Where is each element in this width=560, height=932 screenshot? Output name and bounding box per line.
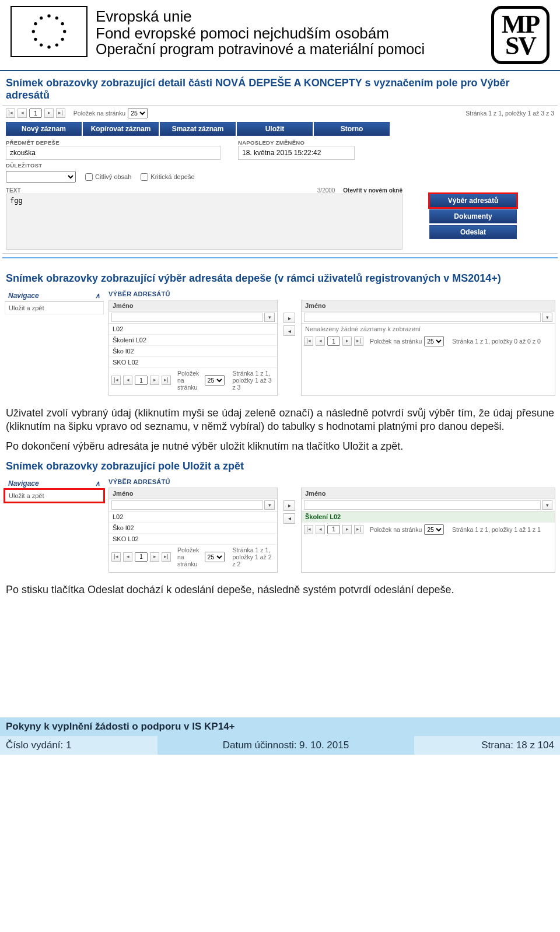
items-per-page-select[interactable]: 25 [424,336,444,346]
footer-effective-date: Datum účinnosti: 9. 10. 2015 [158,736,414,755]
smazat-zaznam-button[interactable]: Smazat záznam [160,122,236,136]
novy-zaznam-button[interactable]: Nový záznam [6,122,82,136]
predmet-depese-label: PŘEDMĚT DEPEŠE [6,139,220,146]
pager-page-input[interactable] [29,108,42,118]
collapse-icon[interactable]: ∧ [95,292,100,300]
target-table: Jméno ▾ Školení L02 |◂ ◂ ▸ ▸| Polo [301,488,555,573]
move-right-icon[interactable]: ▸ [284,313,295,323]
col-jmeno[interactable]: Jméno [109,300,277,311]
pager-last-icon[interactable]: ▸| [354,337,363,346]
pager-status: Stránka 1 z 1, položky 1 až 2 z 2 [232,546,275,567]
pager-next-icon[interactable]: ▸ [150,552,159,562]
pager-last-icon[interactable]: ▸| [354,525,363,534]
ulozit-a-zpet-link[interactable]: Uložit a zpět [5,302,104,314]
svg-point-1 [47,15,50,17]
header-line-2: Fond evropské pomoci nejchudším osobám [96,25,483,42]
dokumenty-button[interactable]: Dokumenty [429,209,517,223]
filter-icon[interactable]: ▾ [264,313,275,322]
col-jmeno[interactable]: Jméno [109,488,277,499]
footer-title: Pokyny k vyplnění žádosti o podporu v IS… [0,717,560,736]
pager-prev-icon[interactable]: ◂ [316,337,325,346]
filter-icon[interactable]: ▾ [542,500,552,510]
pager-last-icon[interactable]: ▸| [162,376,171,385]
screenshot-vyber-adresatu-1: Navigace ∧ Uložit a zpět VÝBĚR ADRESÁTŮ … [2,288,558,400]
list-item[interactable]: SKO L02 [109,357,277,368]
list-item-selected[interactable]: Školení L02 [302,511,555,523]
filter-input[interactable] [304,500,541,510]
pager-page-input[interactable] [327,337,340,346]
ulozit-a-zpet-link[interactable]: Uložit a zpět [5,489,104,502]
list-item[interactable]: L02 [109,324,277,335]
pager-first-icon[interactable]: |◂ [111,376,121,385]
open-new-window-link[interactable]: Otevřít v novém okně [343,187,402,194]
list-item[interactable]: Školení L02 [109,335,277,346]
svg-point-6 [55,43,58,46]
pager-next-icon[interactable]: ▸ [342,337,352,346]
kriticka-depese-checkbox[interactable]: Kritická depeše [141,173,194,181]
screenshot-vyber-adresatu-2: Navigace ∧ Uložit a zpět VÝBĚR ADRESÁTŮ … [2,476,558,576]
odeslat-button[interactable]: Odeslat [429,225,517,239]
header-line-1: Evropská unie [96,8,483,25]
vyber-adresatu-title: VÝBĚR ADRESÁTŮ [108,290,555,297]
col-jmeno[interactable]: Jméno [302,300,555,311]
predmet-depese-input[interactable] [6,146,220,160]
svg-point-3 [61,22,64,25]
svg-point-4 [63,30,66,33]
items-per-page-select[interactable]: 25 [205,552,225,562]
items-per-page-label: Položek na stránku [370,526,422,533]
collapse-icon[interactable]: ∧ [95,479,100,488]
pager-status: Stránka 1 z 1, položky 1 až 3 z 3 [232,370,275,391]
col-jmeno[interactable]: Jméno [302,488,555,499]
pager-first-icon[interactable]: |◂ [111,552,121,562]
pager-next-icon[interactable]: ▸ [150,376,159,385]
list-item[interactable]: L02 [109,511,277,523]
pager-next-icon[interactable]: ▸ [44,108,54,118]
pager-first-icon[interactable]: |◂ [304,337,313,346]
citlivy-obsah-checkbox[interactable]: Citlivý obsah [85,173,131,181]
pager-first-icon[interactable]: |◂ [304,525,313,534]
pager-page-input[interactable] [135,376,148,385]
svg-point-2 [55,16,58,19]
move-right-icon[interactable]: ▸ [284,500,295,511]
vyber-adresatu-button[interactable]: Výběr adresátů [429,194,517,208]
filter-input[interactable] [111,500,263,510]
storno-button[interactable]: Storno [314,122,390,136]
svg-point-12 [40,16,43,19]
pager-page-input[interactable] [327,525,340,534]
pager-next-icon[interactable]: ▸ [342,525,352,534]
pager-prev-icon[interactable]: ◂ [123,552,132,562]
items-per-page-label: Položek na stránku [177,370,202,391]
dulezitost-select[interactable] [6,171,76,183]
move-left-icon[interactable]: ◂ [284,513,295,524]
depese-text-input[interactable] [6,194,402,250]
list-item[interactable]: Ško l02 [109,346,277,357]
pager-prev-icon[interactable]: ◂ [123,376,132,385]
items-per-page-label: Položek na stránku [177,546,202,567]
svg-point-8 [40,43,43,46]
pager-status: Stránka 1 z 1, položky 1 až 3 z 3 [466,110,554,117]
filter-input[interactable] [304,313,541,322]
items-per-page-select[interactable]: 25 [205,375,225,386]
pager-status: Stránka 1 z 1, položky 0 až 0 z 0 [452,338,541,345]
pager-last-icon[interactable]: ▸| [56,108,65,118]
pager-page-input[interactable] [135,552,148,562]
svg-point-9 [34,38,37,41]
pager-last-icon[interactable]: ▸| [162,552,171,562]
no-records-note: Nenalezeny žádné záznamy k zobrazení [302,324,555,334]
ulozit-button[interactable]: Uložit [237,122,313,136]
pager-prev-icon[interactable]: ◂ [18,108,27,118]
items-per-page-label: Položek na stránku [370,338,422,345]
caption-1: Snímek obrazovky zobrazující detail část… [0,77,560,101]
filter-icon[interactable]: ▾ [542,313,552,322]
list-item[interactable]: Ško l02 [109,523,277,534]
move-left-icon[interactable]: ◂ [284,325,295,336]
text-counter: 3/2000 [317,187,335,194]
pager-first-icon[interactable]: |◂ [6,108,15,118]
items-per-page-select[interactable]: 25 [128,108,148,118]
filter-input[interactable] [111,313,263,322]
list-item[interactable]: SKO L02 [109,534,277,545]
items-per-page-select[interactable]: 25 [424,524,444,535]
kopirovat-zaznam-button[interactable]: Kopírovat záznam [83,122,159,136]
pager-prev-icon[interactable]: ◂ [316,525,325,534]
filter-icon[interactable]: ▾ [264,500,275,510]
